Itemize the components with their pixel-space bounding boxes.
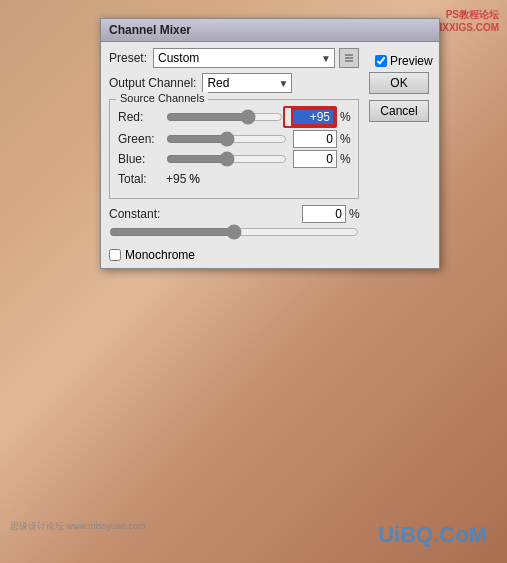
preset-select-wrapper: Custom Default ▼ bbox=[153, 48, 335, 68]
output-channel-label: Output Channel: bbox=[109, 76, 196, 90]
output-channel-select-wrapper: Red Green Blue ▼ bbox=[202, 73, 292, 93]
red-value-box[interactable]: +95 bbox=[291, 108, 335, 126]
constant-section: Constant: 0 % bbox=[109, 205, 359, 242]
preview-row: Preview bbox=[375, 54, 433, 68]
total-percent-sign: % bbox=[189, 172, 200, 186]
preset-select[interactable]: Custom Default bbox=[153, 48, 335, 68]
red-slider-area bbox=[166, 110, 283, 124]
green-channel-row: Green: 0 % bbox=[118, 130, 350, 148]
blue-slider-area bbox=[166, 152, 287, 166]
channel-mixer-dialog: Channel Mixer Preset: Custom Default ▼ bbox=[100, 18, 440, 269]
preview-checkbox[interactable] bbox=[375, 55, 387, 67]
green-slider-area bbox=[166, 132, 287, 146]
green-percent-sign: % bbox=[340, 132, 350, 146]
dialog-title: Channel Mixer bbox=[109, 23, 191, 37]
preset-label: Preset: bbox=[109, 51, 147, 65]
blue-percent-sign: % bbox=[340, 152, 350, 166]
monochrome-row: Monochrome bbox=[109, 248, 359, 262]
constant-label: Constant: bbox=[109, 207, 173, 221]
output-channel-select[interactable]: Red Green Blue bbox=[202, 73, 292, 93]
cancel-button[interactable]: Cancel bbox=[369, 100, 429, 122]
dialog-titlebar: Channel Mixer bbox=[101, 19, 439, 42]
red-slider[interactable] bbox=[166, 110, 283, 124]
constant-percent-sign: % bbox=[349, 207, 359, 221]
green-slider[interactable] bbox=[166, 132, 287, 146]
monochrome-checkbox[interactable] bbox=[109, 249, 121, 261]
total-row: Total: +95 % bbox=[118, 172, 350, 186]
preset-options-button[interactable] bbox=[339, 48, 359, 68]
constant-slider[interactable] bbox=[109, 225, 359, 239]
total-label: Total: bbox=[118, 172, 166, 186]
monochrome-label: Monochrome bbox=[125, 248, 195, 262]
constant-row: Constant: 0 % bbox=[109, 205, 359, 223]
constant-value-box[interactable]: 0 bbox=[302, 205, 346, 223]
source-channels-legend: Source Channels bbox=[116, 92, 208, 104]
total-value: +95 bbox=[166, 172, 186, 186]
right-panel: OK Cancel Preview bbox=[367, 42, 439, 268]
constant-slider-row bbox=[109, 225, 359, 242]
red-channel-label: Red: bbox=[118, 110, 166, 124]
ok-button[interactable]: OK bbox=[369, 72, 429, 94]
blue-channel-label: Blue: bbox=[118, 152, 166, 166]
output-channel-row: Output Channel: Red Green Blue ▼ bbox=[109, 73, 359, 93]
green-channel-label: Green: bbox=[118, 132, 166, 146]
blue-value-box[interactable]: 0 bbox=[293, 150, 337, 168]
preview-label: Preview bbox=[390, 54, 433, 68]
red-channel-row: Red: +95 % bbox=[118, 106, 350, 128]
red-value-highlight: +95 bbox=[283, 106, 337, 128]
green-value-box[interactable]: 0 bbox=[293, 130, 337, 148]
preset-row: Preset: Custom Default ▼ bbox=[109, 48, 359, 68]
source-channels-group: Source Channels Red: +95 % Green: bbox=[109, 99, 359, 199]
watermark-bottom-left: 思缘设计论坛 www.missyuan.com bbox=[10, 520, 146, 533]
blue-slider[interactable] bbox=[166, 152, 287, 166]
watermark-bottom-right: UiBQ.CoM bbox=[378, 522, 487, 548]
blue-channel-row: Blue: 0 % bbox=[118, 150, 350, 168]
red-percent-sign: % bbox=[340, 110, 350, 124]
dialog-main-content: Preset: Custom Default ▼ bbox=[101, 42, 367, 268]
preset-settings-icon bbox=[343, 52, 355, 64]
